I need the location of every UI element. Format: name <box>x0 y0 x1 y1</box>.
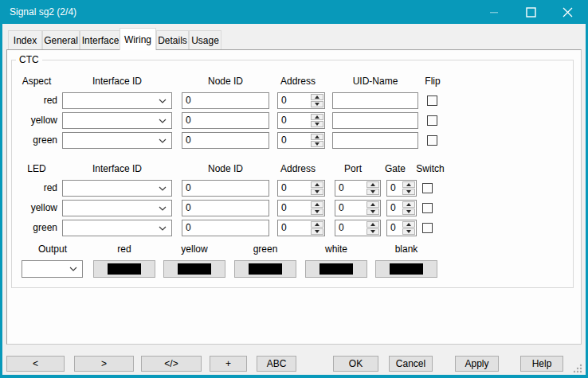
tab-usage[interactable]: Usage <box>189 30 221 49</box>
led-yellow-node-id-field[interactable]: 0 <box>182 200 269 216</box>
led-green-address-spinner[interactable]: 0 <box>277 220 325 236</box>
chevron-down-icon <box>159 99 167 103</box>
output-white-swatch-button[interactable] <box>305 260 367 278</box>
spinner-up-button[interactable] <box>311 181 323 188</box>
spinner-down-button[interactable] <box>367 189 379 195</box>
led-yellow-port-spinner[interactable]: 0 <box>335 200 381 216</box>
spinner-up-button[interactable] <box>311 221 323 228</box>
aspect-red-node-id-field[interactable]: 0 <box>182 92 269 109</box>
add-button[interactable]: + <box>210 356 247 372</box>
aspect-red-uid-name-field[interactable] <box>332 92 418 109</box>
tab-details[interactable]: Details <box>156 30 189 49</box>
led-green-node-id-field[interactable]: 0 <box>182 220 269 236</box>
led-green-port-spinner[interactable]: 0 <box>335 220 381 236</box>
spinner-up-button[interactable] <box>367 201 379 208</box>
spinner-down-button[interactable] <box>311 228 323 235</box>
spinner-buttons <box>311 201 323 215</box>
tab-label: Index <box>14 35 37 46</box>
spinner-down-button[interactable] <box>402 228 415 235</box>
ok-button[interactable]: OK <box>333 356 378 372</box>
output-red-swatch-button[interactable] <box>93 260 155 278</box>
chevron-down-icon <box>159 226 167 231</box>
spinner-down-button[interactable] <box>311 101 323 107</box>
spinner-value: 0 <box>278 201 311 216</box>
prev-button[interactable]: < <box>6 356 65 372</box>
abc-button[interactable]: ABC <box>257 356 296 372</box>
aspect-green-interface-id-combobox[interactable] <box>62 132 172 149</box>
led-yellow-switch-checkbox[interactable] <box>422 203 433 213</box>
aspect-green-address-spinner[interactable]: 0 <box>277 132 325 149</box>
tab-interface[interactable]: Interface <box>80 30 121 49</box>
led-green-interface-id-combobox[interactable] <box>62 220 172 236</box>
spinner-up-button[interactable] <box>311 134 323 140</box>
tab-general[interactable]: General <box>42 30 80 49</box>
chevron-down-icon <box>159 206 167 211</box>
apply-button[interactable]: Apply <box>455 356 499 372</box>
row-label-yellow: yellow <box>11 200 57 216</box>
output-yellow-swatch-button[interactable] <box>163 260 225 278</box>
close-icon <box>563 7 573 18</box>
header-gate: Gate <box>385 163 406 174</box>
led-red-interface-id-combobox[interactable] <box>62 180 172 197</box>
aspect-green-node-id-field[interactable]: 0 <box>182 132 269 149</box>
header-output-red: red <box>117 244 131 255</box>
led-yellow-gate-spinner[interactable]: 0 <box>386 200 417 216</box>
tab-index[interactable]: Index <box>8 30 42 49</box>
led-yellow-interface-id-combobox[interactable] <box>62 200 172 216</box>
tab-label: Details <box>158 35 187 46</box>
spinner-value: 0 <box>335 201 367 216</box>
output-combobox[interactable] <box>22 260 83 278</box>
tab-wiring[interactable]: Wiring <box>120 28 156 50</box>
spinner-buttons <box>311 181 323 195</box>
resize-grip[interactable] <box>573 364 583 374</box>
output-blank-swatch-button[interactable] <box>375 260 437 278</box>
led-red-gate-spinner[interactable]: 0 <box>386 180 417 197</box>
spinner-up-button[interactable] <box>311 114 323 120</box>
row-label-green: green <box>11 220 57 236</box>
led-red-node-id-field[interactable]: 0 <box>182 180 269 197</box>
spinner-down-button[interactable] <box>367 208 379 215</box>
spinner-down-button[interactable] <box>311 189 323 195</box>
close-button[interactable] <box>549 0 586 24</box>
aspect-red-address-spinner[interactable]: 0 <box>277 92 325 109</box>
spinner-down-button[interactable] <box>311 121 323 127</box>
code-button[interactable]: </> <box>141 356 202 372</box>
aspect-yellow-flip-checkbox[interactable] <box>427 115 437 126</box>
led-yellow-address-spinner[interactable]: 0 <box>277 200 325 216</box>
led-red-port-spinner[interactable]: 0 <box>335 180 381 197</box>
spinner-down-button[interactable] <box>402 189 415 195</box>
maximize-button[interactable] <box>512 0 549 24</box>
spinner-down-button[interactable] <box>367 228 379 235</box>
minimize-button[interactable] <box>476 0 512 24</box>
aspect-green-flip-checkbox[interactable] <box>427 135 437 146</box>
next-button[interactable]: > <box>74 356 134 372</box>
spinner-down-button[interactable] <box>402 208 415 215</box>
header-led-address: Address <box>280 163 316 174</box>
aspect-red-interface-id-combobox[interactable] <box>62 92 172 109</box>
led-green-gate-spinner[interactable]: 0 <box>386 220 417 236</box>
spinner-down-button[interactable] <box>311 141 323 147</box>
spinner-buttons <box>311 114 323 127</box>
cancel-button[interactable]: Cancel <box>389 356 433 372</box>
spinner-up-button[interactable] <box>311 201 323 208</box>
spinner-up-button[interactable] <box>311 94 323 100</box>
aspect-red-flip-checkbox[interactable] <box>427 95 437 106</box>
spinner-up-button[interactable] <box>367 221 379 228</box>
output-green-swatch-button[interactable] <box>234 260 296 278</box>
spinner-up-button[interactable] <box>402 181 415 188</box>
spinner-down-button[interactable] <box>311 208 323 215</box>
aspect-green-uid-name-field[interactable] <box>332 132 418 149</box>
spinner-value: 0 <box>278 220 311 236</box>
aspect-yellow-uid-name-field[interactable] <box>332 112 418 129</box>
led-green-switch-checkbox[interactable] <box>422 223 433 233</box>
aspect-yellow-interface-id-combobox[interactable] <box>62 112 172 129</box>
led-red-address-spinner[interactable]: 0 <box>277 180 325 197</box>
spinner-up-button[interactable] <box>402 221 415 228</box>
aspect-yellow-node-id-field[interactable]: 0 <box>182 112 269 129</box>
help-button[interactable]: Help <box>520 356 563 372</box>
spinner-up-button[interactable] <box>402 201 415 208</box>
aspect-yellow-address-spinner[interactable]: 0 <box>277 112 325 129</box>
spinner-up-button[interactable] <box>367 181 379 188</box>
spinner-buttons <box>402 221 415 235</box>
led-red-switch-checkbox[interactable] <box>422 183 433 193</box>
